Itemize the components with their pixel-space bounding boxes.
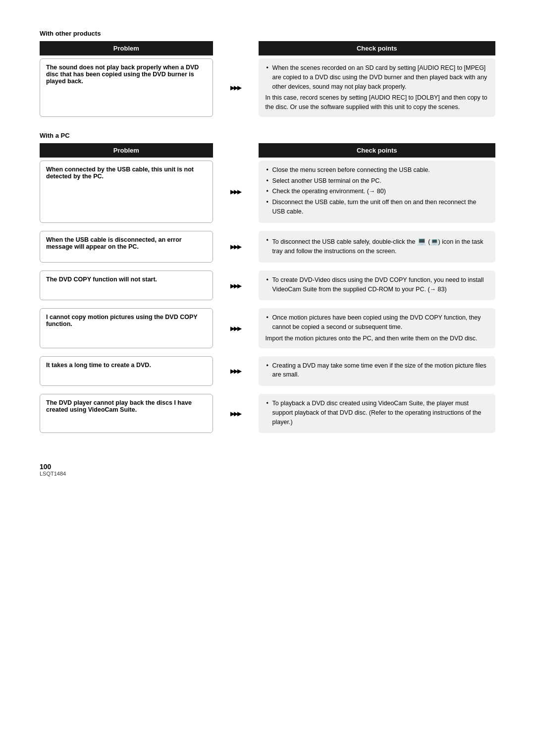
checkpoint-bullet: To disconnect the USB cable safely, doub… — [266, 236, 488, 256]
problem-cell-1-5: The DVD player cannot play back the disc… — [40, 394, 213, 433]
checkpoints-cell-1-1: To disconnect the USB cable safely, doub… — [259, 231, 495, 263]
checkpoint-bullet: Once motion pictures have been copied us… — [266, 313, 488, 332]
checkpoints-cell-0-0: When the scenes recorded on an SD card b… — [259, 58, 495, 117]
problem-cell-1-1: When the USB cable is disconnected, an e… — [40, 231, 213, 263]
table-row: When the USB cable is disconnected, an e… — [40, 231, 495, 263]
problem-cell-1-2: The DVD COPY function will not start. — [40, 270, 213, 301]
arrow-icon: ▶▶▶ — [213, 367, 259, 375]
table-row: The DVD player cannot play back the disc… — [40, 394, 495, 433]
problem-cell-1-4: It takes a long time to create a DVD. — [40, 356, 213, 386]
arrow-icon: ▶▶▶ — [213, 243, 259, 250]
section-title-pc: With a PC — [40, 132, 495, 139]
arrow-icon: ▶▶▶ — [213, 188, 259, 195]
checkpoint-bullet: Select another USB terminal on the PC. — [266, 176, 488, 186]
checkpoint-bullet: Close the menu screen before connecting … — [266, 165, 488, 175]
doc-code: LSQT1484 — [40, 471, 495, 477]
th-checkpoints-1: Check points — [259, 143, 495, 158]
table-row: When connected by the USB cable, this un… — [40, 161, 495, 223]
checkpoint-bullet: Check the operating environment. (→ 80) — [266, 187, 488, 196]
th-problem-1: Problem — [40, 143, 213, 158]
page-footer: 100 LSQT1484 — [40, 463, 495, 477]
th-problem-0: Problem — [40, 41, 213, 55]
checkpoints-cell-1-5: To playback a DVD disc created using Vid… — [259, 394, 495, 433]
th-checkpoints-0: Check points — [259, 41, 495, 55]
problem-cell-1-3: I cannot copy motion pictures using the … — [40, 308, 213, 348]
checkpoint-text: In this case, record scenes by setting [… — [266, 93, 488, 112]
table-row: It takes a long time to create a DVD.▶▶▶… — [40, 356, 495, 386]
table-body-other: The sound does not play back properly wh… — [40, 58, 495, 117]
section-other-products: With other products Problem Check points… — [40, 30, 495, 117]
table-row: The sound does not play back properly wh… — [40, 58, 495, 117]
arrow-icon: ▶▶▶ — [213, 324, 259, 332]
checkpoint-bullet: When the scenes recorded on an SD card b… — [266, 63, 488, 91]
checkpoints-cell-1-2: To create DVD-Video discs using the DVD … — [259, 270, 495, 301]
table-row: I cannot copy motion pictures using the … — [40, 308, 495, 348]
th-gap-1 — [213, 143, 259, 158]
table-header-other: Problem Check points — [40, 41, 495, 55]
checkpoint-bullet: Creating a DVD may take some time even i… — [266, 361, 488, 380]
problem-cell-0-0: The sound does not play back properly wh… — [40, 58, 213, 117]
checkpoint-bullet: To playback a DVD disc created using Vid… — [266, 399, 488, 427]
arrow-icon: ▶▶▶ — [213, 84, 259, 91]
checkpoint-text: Import the motion pictures onto the PC, … — [266, 334, 488, 343]
page-number: 100 — [40, 463, 495, 471]
checkpoints-cell-1-0: Close the menu screen before connecting … — [259, 161, 495, 223]
section-pc: With a PC Problem Check points When conn… — [40, 132, 495, 433]
th-gap-0 — [213, 41, 259, 55]
arrow-icon: ▶▶▶ — [213, 410, 259, 417]
problem-cell-1-0: When connected by the USB cable, this un… — [40, 161, 213, 223]
arrow-icon: ▶▶▶ — [213, 282, 259, 289]
table-body-pc: When connected by the USB cable, this un… — [40, 161, 495, 433]
checkpoints-cell-1-3: Once motion pictures have been copied us… — [259, 308, 495, 348]
checkpoint-bullet: Disconnect the USB cable, turn the unit … — [266, 198, 488, 216]
section-title-other-products: With other products — [40, 30, 495, 37]
table-row: The DVD COPY function will not start.▶▶▶… — [40, 270, 495, 301]
table-header-pc: Problem Check points — [40, 143, 495, 158]
checkpoints-cell-1-4: Creating a DVD may take some time even i… — [259, 356, 495, 386]
checkpoint-bullet: To create DVD-Video discs using the DVD … — [266, 275, 488, 294]
